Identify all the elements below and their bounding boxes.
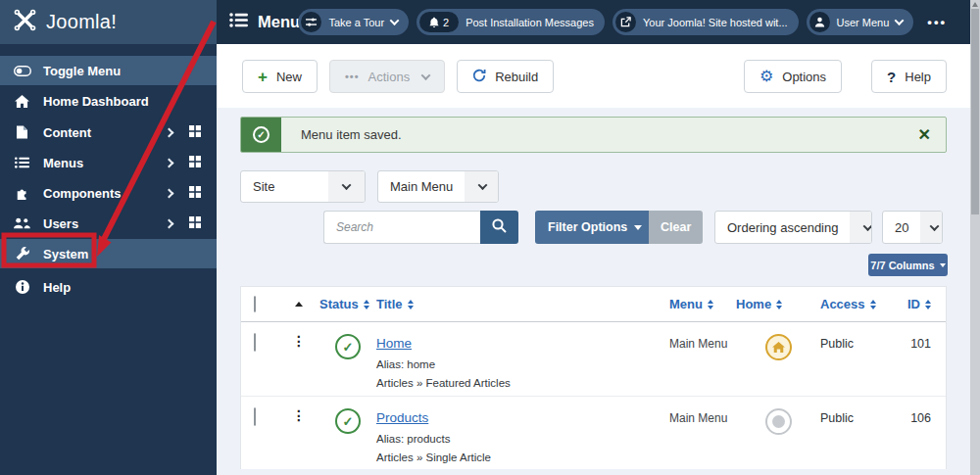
success-alert: ✓ Menu item saved. ✕: [240, 117, 947, 153]
toolbar-strip: + New ••• Actions Rebuild: [217, 44, 970, 108]
search-input[interactable]: [323, 211, 480, 244]
joomla-logo-icon: [13, 8, 37, 36]
ordering-select[interactable]: Ordering ascending: [714, 211, 872, 244]
item-id: 106: [910, 411, 931, 425]
page-scrollbar[interactable]: [970, 0, 980, 475]
sidebar-item-components[interactable]: Components: [0, 178, 217, 208]
brand-area[interactable]: Joomla!: [0, 0, 217, 44]
sidebar-item-label: Users: [43, 216, 154, 231]
new-button[interactable]: + New: [242, 60, 318, 93]
search-group: [323, 211, 518, 244]
sidebar-item-label: Components: [43, 186, 154, 201]
menu-column-header[interactable]: Menu: [669, 297, 713, 311]
help-button[interactable]: ? Help: [871, 60, 947, 93]
menu-name: Main Menu: [669, 411, 727, 425]
status-published-icon[interactable]: ✓: [335, 334, 361, 359]
chevron-down-icon: [390, 16, 400, 25]
actions-button[interactable]: ••• Actions: [329, 60, 445, 93]
home-column-header[interactable]: Home: [736, 297, 782, 311]
scroll-up-arrow-icon[interactable]: [972, 2, 978, 7]
sidebar-item-label: Help: [43, 280, 204, 295]
overflow-menu-button[interactable]: •••: [927, 15, 947, 29]
sidebar-item-help[interactable]: Help: [0, 272, 217, 302]
scrollbar-thumb[interactable]: [971, 9, 979, 214]
drag-handle-icon[interactable]: ⋮: [292, 334, 306, 348]
rebuild-button[interactable]: Rebuild: [457, 60, 554, 93]
post-installation-label: Post Installation Messages: [466, 17, 594, 28]
sort-icon: [925, 300, 931, 309]
hosted-site-button[interactable]: Your Joomla! Site hosted wit...: [612, 9, 799, 35]
info-icon: [13, 280, 31, 294]
bell-badge: 2: [419, 12, 459, 32]
access-column-header[interactable]: Access: [820, 297, 876, 311]
menu-item-title-link[interactable]: Products: [376, 410, 428, 425]
sidebar-item-users[interactable]: Users: [0, 209, 217, 238]
post-installation-messages-button[interactable]: 2 Post Installation Messages: [416, 9, 605, 35]
chevron-down-icon: [465, 171, 499, 202]
list-icon: [13, 157, 31, 168]
hosted-site-label: Your Joomla! Site hosted wit...: [643, 17, 788, 28]
limit-select[interactable]: 20: [882, 211, 943, 244]
topbar-actions: Take a Tour 2 Post Installation Messages: [298, 9, 947, 35]
puzzle-icon: [13, 186, 31, 200]
chevron-down-icon: [328, 171, 365, 202]
access-level: Public: [820, 411, 854, 425]
caret-down-icon: [634, 225, 642, 230]
chevron-right-icon: [165, 218, 174, 228]
user-menu-button[interactable]: User Menu: [807, 9, 914, 35]
menutype-select-value: Main Menu: [378, 179, 465, 194]
site-select[interactable]: Site: [240, 170, 366, 203]
caret-down-icon: [940, 263, 946, 267]
sidebar-item-label: System: [43, 247, 204, 261]
alert-message: Menu item saved.: [301, 127, 918, 142]
sort-asc-icon: [295, 302, 303, 307]
sliders-icon: [301, 12, 321, 32]
sidebar-item-menus[interactable]: Menus: [0, 148, 217, 177]
row-checkbox[interactable]: [254, 333, 256, 352]
file-icon: [13, 125, 31, 139]
message-count-badge: 2: [443, 17, 449, 28]
options-button-label: Options: [782, 70, 826, 84]
wrench-icon: [13, 247, 31, 261]
title-column-header[interactable]: Title: [376, 297, 414, 311]
status-published-icon[interactable]: ✓: [335, 408, 361, 434]
sidebar-item-home-dashboard[interactable]: Home Dashboard: [0, 86, 217, 116]
menutype-select[interactable]: Main Menu: [377, 170, 499, 203]
select-all-checkbox[interactable]: [254, 296, 256, 312]
columns-toggle-button[interactable]: 7/7 Columns: [868, 254, 948, 276]
clear-button[interactable]: Clear: [649, 211, 703, 244]
grid-icon[interactable]: [189, 156, 201, 170]
table-header-row: Status Title Menu Home Access ID: [241, 287, 946, 322]
take-a-tour-label: Take a Tour: [328, 17, 384, 28]
menu-item-title-link[interactable]: Home: [376, 336, 412, 351]
ordering-column-header[interactable]: [295, 302, 303, 307]
home-unset-icon[interactable]: [765, 408, 792, 435]
user-menu-label: User Menu: [837, 17, 890, 28]
sort-icon: [364, 300, 369, 309]
filter-options-button[interactable]: Filter Options: [535, 211, 655, 244]
row-checkbox[interactable]: [254, 407, 256, 426]
drag-handle-icon[interactable]: ⋮: [292, 408, 306, 422]
home-default-icon[interactable]: [765, 334, 792, 360]
limit-select-value: 20: [883, 220, 920, 235]
search-button[interactable]: [480, 211, 518, 244]
sidebar-item-label: Menus: [43, 156, 154, 170]
id-column-header[interactable]: ID: [907, 297, 931, 311]
chevron-right-icon: [165, 188, 174, 198]
options-button[interactable]: ⚙ Options: [744, 60, 842, 93]
take-a-tour-button[interactable]: Take a Tour: [298, 9, 409, 35]
grid-icon[interactable]: [189, 186, 201, 201]
menu-item-alias: Alias: home: [376, 358, 669, 370]
chevron-down-icon: [421, 71, 431, 80]
access-level: Public: [820, 337, 854, 351]
ordering-select-value: Ordering ascending: [715, 220, 850, 235]
sidebar-item-content[interactable]: Content: [0, 118, 217, 147]
sidebar-item-toggle-menu[interactable]: Toggle Menu: [0, 56, 217, 85]
grid-icon[interactable]: [189, 216, 201, 231]
sidebar-item-system[interactable]: System: [0, 239, 217, 268]
sidebar-item-label: Toggle Menu: [43, 64, 204, 78]
grid-icon[interactable]: [189, 125, 201, 140]
status-column-header[interactable]: Status: [319, 297, 369, 311]
close-icon[interactable]: ✕: [918, 125, 931, 144]
user-icon: [809, 12, 830, 32]
